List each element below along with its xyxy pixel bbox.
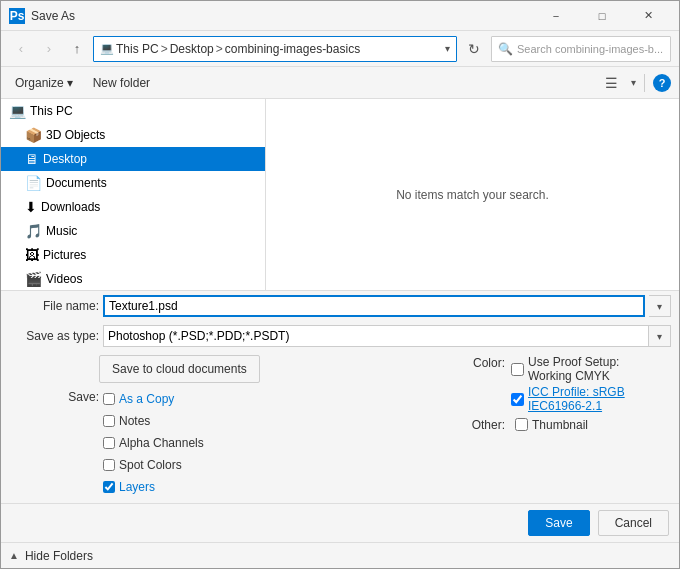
breadcrumb-item-thispc[interactable]: 💻 This PC [100, 42, 159, 56]
thispc-icon: 💻 [9, 103, 26, 119]
thumbnail-row: Thumbnail [515, 418, 671, 432]
use-proof-label[interactable]: Use Proof Setup: Working CMYK [528, 355, 619, 383]
use-proof-row: Use Proof Setup: Working CMYK [511, 355, 671, 383]
up-button[interactable]: ↑ [65, 37, 89, 61]
save-label-area: Save: As a Copy Notes Alpha Channels [9, 389, 451, 497]
color-content: Use Proof Setup: Working CMYK ICC Profil… [511, 355, 671, 413]
icc-profile-label[interactable]: ICC Profile: sRGB IEC61966-2.1 [528, 385, 671, 413]
downloads-icon: ⬇ [25, 199, 37, 215]
icc-profile-checkbox[interactable] [511, 393, 524, 406]
empty-message: No items match your search. [396, 188, 549, 202]
spot-colors-checkbox[interactable] [103, 459, 115, 471]
sidebar-item-3dobjects[interactable]: 📦 3D Objects [1, 123, 265, 147]
alpha-channels-row: Alpha Channels [103, 433, 204, 453]
search-placeholder: Search combining-images-b... [517, 43, 663, 55]
save-checkboxes: As a Copy Notes Alpha Channels Spot [103, 389, 204, 497]
filename-label: File name: [9, 299, 99, 313]
notes-row: Notes [103, 411, 204, 431]
use-proof-checkbox[interactable] [511, 363, 524, 376]
pictures-icon: 🖼 [25, 247, 39, 263]
save-options: Save to cloud documents Save: As a Copy … [9, 355, 451, 497]
options-section: Save to cloud documents Save: As a Copy … [1, 351, 679, 503]
view-button[interactable]: ☰ [599, 71, 623, 95]
documents-icon: 📄 [25, 175, 42, 191]
sidebar-item-desktop[interactable]: 🖥 Desktop [1, 147, 265, 171]
savetype-display: Photoshop (*.PSD;*.PDD;*.PSDT) [103, 325, 649, 347]
main-content: 💻 This PC 📦 3D Objects 🖥 Desktop 📄 Docum… [1, 99, 679, 290]
breadcrumb-sep-2: > [216, 42, 223, 56]
breadcrumb-dropdown[interactable]: ▾ [445, 43, 450, 54]
search-box: 🔍 Search combining-images-b... [491, 36, 671, 62]
sidebar-item-thispc[interactable]: 💻 This PC [1, 99, 265, 123]
sidebar-item-music[interactable]: 🎵 Music [1, 219, 265, 243]
spot-colors-row: Spot Colors [103, 455, 204, 475]
savetype-dropdown-button[interactable]: ▾ [649, 325, 671, 347]
cancel-button[interactable]: Cancel [598, 510, 669, 536]
hide-folders-button[interactable]: Hide Folders [25, 549, 93, 563]
savetype-label: Save as type: [9, 329, 99, 343]
sidebar-item-label: Documents [46, 176, 107, 190]
search-icon: 🔍 [498, 42, 513, 56]
thispc-icon: 💻 [100, 42, 114, 55]
title-bar: Ps Save As − □ ✕ [1, 1, 679, 31]
thumbnail-checkbox[interactable] [515, 418, 528, 431]
as-copy-checkbox[interactable] [103, 393, 115, 405]
as-copy-label[interactable]: As a Copy [119, 392, 174, 406]
sidebar-item-documents[interactable]: 📄 Documents [1, 171, 265, 195]
alpha-channels-checkbox[interactable] [103, 437, 115, 449]
navigation-bar: ‹ › ↑ 💻 This PC > Desktop > combining-im… [1, 31, 679, 67]
file-area: No items match your search. [266, 99, 679, 290]
filename-dropdown-button[interactable]: ▾ [649, 295, 671, 317]
layers-checkbox[interactable] [103, 481, 115, 493]
cloud-save-button[interactable]: Save to cloud documents [99, 355, 260, 383]
minimize-button[interactable]: − [533, 1, 579, 31]
breadcrumb-item-folder[interactable]: combining-images-basics [225, 42, 360, 56]
action-bar: Save Cancel [1, 503, 679, 542]
savetype-row: Save as type: Photoshop (*.PSD;*.PDD;*.P… [1, 321, 679, 351]
bottom-section: File name: ▾ Save as type: Photoshop (*.… [1, 290, 679, 542]
forward-button[interactable]: › [37, 37, 61, 61]
organize-button[interactable]: Organize ▾ [9, 71, 79, 95]
help-button[interactable]: ? [653, 74, 671, 92]
sidebar-item-downloads[interactable]: ⬇ Downloads [1, 195, 265, 219]
other-label: Other: [461, 417, 511, 432]
sidebar-item-label: Desktop [43, 152, 87, 166]
window-title: Save As [31, 9, 533, 23]
alpha-channels-label[interactable]: Alpha Channels [119, 436, 204, 450]
sidebar-item-pictures[interactable]: 🖼 Pictures [1, 243, 265, 267]
filename-input[interactable] [103, 295, 645, 317]
sidebar-item-label: This PC [30, 104, 73, 118]
hide-folders-arrow-icon: ▲ [9, 550, 19, 561]
footer: ▲ Hide Folders [1, 542, 679, 568]
sidebar-item-label: 3D Objects [46, 128, 105, 142]
layers-label[interactable]: Layers [119, 480, 155, 494]
sidebar-item-label: Pictures [43, 248, 86, 262]
3dobjects-icon: 📦 [25, 127, 42, 143]
maximize-button[interactable]: □ [579, 1, 625, 31]
sidebar-item-label: Downloads [41, 200, 100, 214]
new-folder-button[interactable]: New folder [87, 71, 156, 95]
other-content: Thumbnail [515, 418, 671, 432]
sidebar-item-label: Videos [46, 272, 82, 286]
notes-checkbox[interactable] [103, 415, 115, 427]
app-icon: Ps [9, 8, 25, 24]
view-arrow-icon[interactable]: ▾ [631, 77, 636, 88]
music-icon: 🎵 [25, 223, 42, 239]
sidebar-item-videos[interactable]: 🎬 Videos [1, 267, 265, 290]
videos-icon: 🎬 [25, 271, 42, 287]
desktop-icon: 🖥 [25, 151, 39, 167]
breadcrumb-item-desktop[interactable]: Desktop [170, 42, 214, 56]
save-button[interactable]: Save [528, 510, 589, 536]
close-button[interactable]: ✕ [625, 1, 671, 31]
spot-colors-label[interactable]: Spot Colors [119, 458, 182, 472]
title-bar-buttons: − □ ✕ [533, 1, 671, 31]
back-button[interactable]: ‹ [9, 37, 33, 61]
color-row: Color: Use Proof Setup: Working CMYK [461, 355, 671, 413]
organize-arrow-icon: ▾ [67, 76, 73, 90]
thumbnail-label[interactable]: Thumbnail [532, 418, 588, 432]
toolbar-separator [644, 74, 645, 92]
sidebar-item-label: Music [46, 224, 77, 238]
refresh-button[interactable]: ↻ [461, 36, 487, 62]
notes-label[interactable]: Notes [119, 414, 150, 428]
other-row: Other: Thumbnail [461, 417, 671, 432]
